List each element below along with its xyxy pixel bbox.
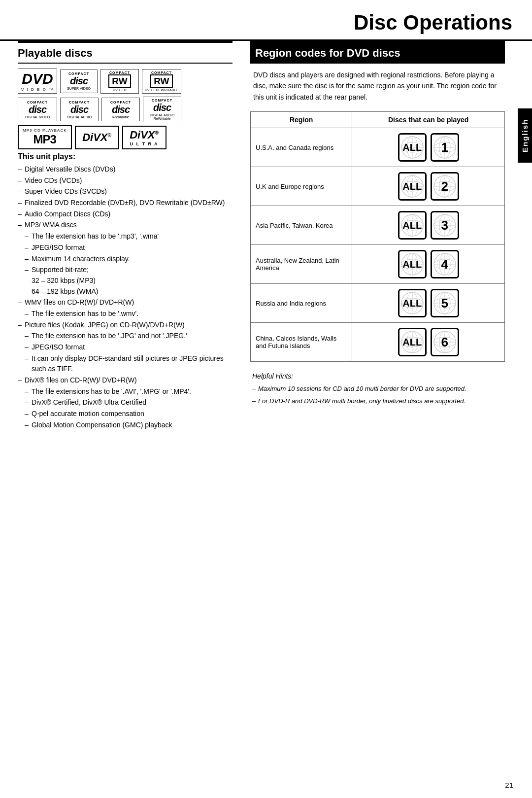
- list-item: It can only display DCF-standard still p…: [18, 353, 233, 375]
- region-name-cell: Russia and India regions: [251, 284, 352, 323]
- region-name-cell: U.S.A. and Canada regions: [251, 128, 352, 167]
- list-item: Digital Versatile Discs (DVDs): [18, 164, 233, 175]
- region-number-badge: 6: [431, 328, 459, 356]
- dvd-rewritable-logo: COMPACT RW DVD + ReWritable: [142, 69, 181, 94]
- region-number-badge: 1: [431, 133, 459, 162]
- list-item: Super Video CDs (SVCDs): [18, 186, 233, 197]
- playable-discs-header: Playable discs: [18, 41, 233, 64]
- all-region-badge: ALL: [398, 328, 427, 356]
- list-item: Video CDs (VCDs): [18, 175, 233, 186]
- region-discs-cell: ALL 5: [352, 284, 505, 323]
- region-description: DVD discs and players are designed with …: [250, 69, 505, 103]
- region-discs-cell: ALL 2: [352, 167, 505, 206]
- hint-item: For DVD-R and DVD-RW multi border, only …: [252, 396, 503, 407]
- list-item: Global Motion Compensation (GMC) playbac…: [18, 420, 233, 431]
- list-item: Audio Compact Discs (CDs): [18, 209, 233, 220]
- region-codes-header: Region codes for DVD discs: [250, 41, 505, 64]
- list-item: Q-pel accurate motion compensation: [18, 409, 233, 419]
- region-col-header: Region: [251, 112, 352, 128]
- region-name-cell: China, Calcos Islands, Walls and Futuna …: [251, 323, 352, 362]
- compact-rewritable-logo: COMPACT disc DIGITAL AUDIO ReWritable: [143, 97, 181, 122]
- region-number-badge: 2: [431, 172, 459, 201]
- list-item: Finalized DVD Recordable (DVD±R), DVD Re…: [18, 198, 233, 208]
- all-region-badge: ALL: [398, 211, 427, 240]
- dvd-plus-r-logo: COMPACT RW DVD + R: [100, 69, 139, 94]
- unit-plays-header: This unit plays:: [18, 152, 233, 161]
- list-item: Supported bit-rate;32 – 320 kbps (MP3)64…: [18, 265, 233, 297]
- region-name-cell: U.K and Europe regions: [251, 167, 352, 206]
- all-region-badge: ALL: [398, 289, 427, 317]
- region-discs-cell: ALL 4: [352, 245, 505, 284]
- list-item: Maximum 14 characters display.: [18, 254, 233, 265]
- compact-recordable-logo: COMPACT disc Recordable: [101, 98, 140, 121]
- list-item: MP3/ WMA discs: [18, 220, 233, 231]
- mp3-logo: MP3-CD PLAYBACK MP3: [18, 125, 72, 149]
- list-item: DivX® Certified, DivX® Ultra Certified: [18, 397, 233, 408]
- region-discs-cell: ALL 1: [352, 128, 505, 167]
- region-discs-cell: ALL 6: [352, 323, 505, 362]
- region-table: Region Discs that can be played U.S.A. a…: [250, 111, 505, 362]
- divx-ultra-logo: DiVX® U L T R A: [122, 126, 166, 149]
- discs-col-header: Discs that can be played: [352, 112, 505, 128]
- divx-logo: DiVX®: [75, 126, 119, 149]
- helpful-hints: Helpful Hints: Maximum 10 sessions for C…: [250, 371, 505, 406]
- disc-logos-area: DVD V I D E O ™ COMPACT disc SUPER VIDEO…: [18, 69, 233, 149]
- region-number-badge: 4: [431, 250, 459, 278]
- list-item: JPEG/ISO format: [18, 342, 233, 353]
- page-title: Disc Operations: [0, 0, 532, 41]
- list-item: The file extension has to be '.wmv'.: [18, 309, 233, 319]
- region-discs-cell: ALL 3: [352, 206, 505, 245]
- list-item: JPEG/ISO format: [18, 243, 233, 253]
- region-name-cell: Asia Pacific, Taiwan, Korea: [251, 206, 352, 245]
- unit-plays-list: Digital Versatile Discs (DVDs) Video CDs…: [18, 164, 233, 431]
- list-item: Picture files (Kodak, JPEG) on CD-R(W)/D…: [18, 320, 233, 331]
- all-region-badge: ALL: [398, 250, 427, 278]
- hint-item: Maximum 10 sessions for CD and 10 multi …: [252, 384, 503, 394]
- list-item: The file extension has to be '.mp3', '.w…: [18, 231, 233, 242]
- list-item: The file extensions has to be '.AVI', '.…: [18, 386, 233, 397]
- compact-digital-audio-logo: COMPACT disc DIGITAL AUDIO: [60, 98, 99, 121]
- page-number: 21: [505, 781, 513, 789]
- all-region-badge: ALL: [398, 133, 427, 162]
- compact-disc-super-video-logo: COMPACT disc SUPER VIDEO: [60, 69, 98, 93]
- dvd-logo: DVD V I D E O ™: [18, 69, 57, 94]
- compact-digital-video-logo: COMPACT disc DIGITAL VIDEO: [18, 98, 57, 121]
- region-number-badge: 3: [431, 211, 459, 240]
- helpful-hints-title: Helpful Hints:: [252, 372, 293, 380]
- all-region-badge: ALL: [398, 172, 427, 201]
- list-item: The file extension has to be '.JPG' and …: [18, 331, 233, 342]
- list-item: DivX® files on CD-R(W)/ DVD+R(W): [18, 375, 233, 386]
- region-number-badge: 5: [431, 289, 459, 317]
- region-name-cell: Australia, New Zealand, Latin America: [251, 245, 352, 284]
- list-item: WMV files on CD-R(W)/ DVD+R(W): [18, 297, 233, 308]
- english-tab: English: [518, 108, 532, 163]
